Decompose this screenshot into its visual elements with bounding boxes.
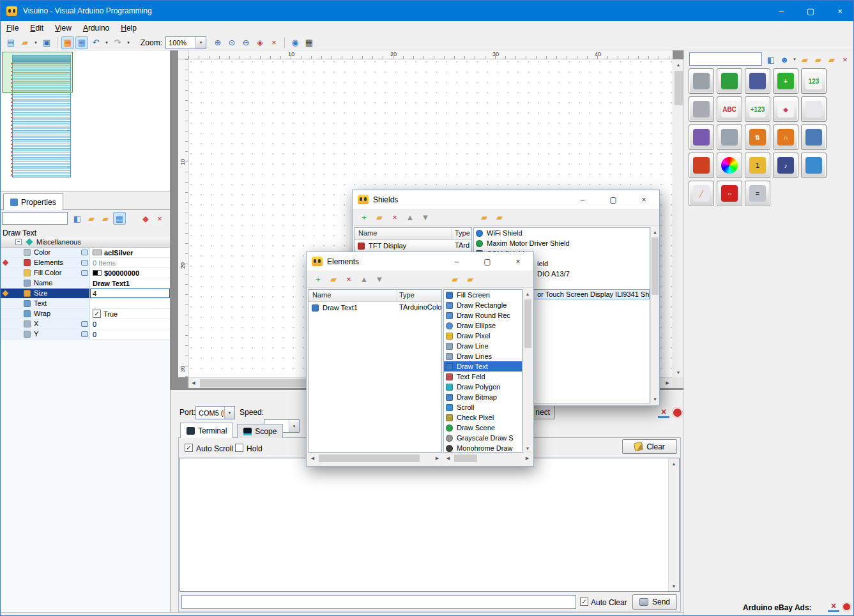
clear-button[interactable]: Clear: [622, 439, 677, 454]
counter-component-button[interactable]: +123: [745, 96, 770, 122]
elements-list-row[interactable]: Draw Text1 TArduinoColo: [309, 302, 441, 313]
collapse-icon[interactable]: −: [15, 239, 22, 245]
property-value-cell[interactable]: 0: [90, 319, 170, 329]
property-row-wrap[interactable]: Wrap✓True: [1, 309, 170, 319]
type-column-header[interactable]: Type: [455, 229, 470, 237]
property-filter-input[interactable]: [2, 212, 68, 225]
property-value-cell[interactable]: 0: [90, 329, 170, 339]
property-row-size[interactable]: Size4: [1, 289, 170, 299]
tab-properties[interactable]: Properties: [3, 193, 63, 210]
expand-all-icon[interactable]: ▰: [448, 273, 461, 286]
collapse-all-icon[interactable]: ▰: [493, 211, 506, 224]
scroll-up-icon[interactable]: ▲: [523, 289, 532, 298]
tree-item-draw-bitmap[interactable]: Draw Bitmap: [444, 392, 522, 402]
arduino-board-component-button[interactable]: [717, 68, 742, 94]
tree-item-draw-lines[interactable]: Draw Lines: [444, 351, 522, 361]
scroll-left-icon[interactable]: ◀: [188, 378, 199, 388]
logic-gate-component-button[interactable]: [745, 68, 770, 94]
scroll-up-icon[interactable]: ▲: [669, 458, 679, 469]
water-drop-component-button[interactable]: [801, 153, 827, 178]
scroll-right-icon[interactable]: ▶: [432, 453, 442, 463]
auto-clear-checkbox[interactable]: ✓: [580, 597, 588, 606]
property-row-text[interactable]: Text: [1, 299, 170, 309]
scrollbar-thumb[interactable]: [524, 299, 531, 348]
tree-item-wifi-shield[interactable]: WiFi Shield: [474, 228, 650, 238]
random-generator-component-button[interactable]: ◆: [773, 96, 798, 122]
zoom-dropdown-icon[interactable]: ▾: [195, 37, 206, 49]
property-value-cell[interactable]: [90, 299, 170, 308]
memory-card-component-button[interactable]: [717, 124, 742, 150]
tree-item-scroll[interactable]: Scroll: [444, 402, 522, 412]
undo-dropdown-icon[interactable]: ▾: [103, 40, 110, 45]
duplicate-shield-icon[interactable]: ▰: [373, 211, 386, 224]
property-value-cell[interactable]: 0 Items: [90, 258, 170, 267]
link-icon[interactable]: [81, 250, 88, 255]
tree-item-maxim-motor-driver-shield[interactable]: Maxim Motor Driver Shield: [474, 238, 650, 248]
property-value-cell[interactable]: ✓True: [90, 309, 170, 319]
tree-item-draw-ellipse[interactable]: Draw Ellipse: [444, 320, 522, 331]
minimize-button[interactable]: –: [441, 252, 472, 271]
property-row-fill-color[interactable]: Fill Color$00000000: [1, 268, 170, 278]
design-overview-thumbnail[interactable]: [1, 50, 170, 192]
add-multiple-icon[interactable]: ▰: [327, 273, 340, 286]
move-down-icon[interactable]: ▼: [419, 211, 432, 224]
link-icon[interactable]: [81, 260, 88, 266]
name-column-header[interactable]: Name: [312, 291, 331, 299]
terminal-send-input[interactable]: [181, 595, 576, 609]
save-icon[interactable]: ▣: [40, 36, 53, 49]
settings-icon[interactable]: ×: [153, 212, 166, 225]
elements-tree-scrollbar[interactable]: ▲ ▼: [522, 289, 532, 453]
tab-terminal[interactable]: Terminal: [180, 423, 233, 438]
hold-checkbox[interactable]: [235, 444, 243, 452]
container-component-button[interactable]: [801, 96, 827, 122]
menu-view[interactable]: View: [49, 22, 77, 34]
port-dropdown-icon[interactable]: ▾: [224, 407, 234, 419]
property-value-cell[interactable]: Draw Text1: [90, 278, 170, 288]
property-value-cell[interactable]: 4: [90, 289, 170, 298]
close-button[interactable]: ×: [629, 190, 659, 209]
tree-item-draw-pixel[interactable]: Draw Pixel: [444, 331, 522, 341]
scroll-left-icon[interactable]: ◀: [443, 453, 453, 463]
zoom-combobox[interactable]: 100% ▾: [165, 36, 206, 49]
scroll-down-icon[interactable]: ▼: [673, 367, 683, 377]
scroll-down-icon[interactable]: ▼: [669, 581, 679, 591]
scrollbar-thumb[interactable]: [675, 71, 683, 105]
math-operations-component-button[interactable]: +: [773, 68, 798, 94]
audio-component-button[interactable]: ♪: [773, 153, 798, 178]
minimize-button[interactable]: –: [567, 190, 598, 209]
color-wheel-component-button[interactable]: [717, 153, 742, 178]
scrollbar-thumb[interactable]: [652, 237, 659, 295]
menu-help[interactable]: Help: [115, 22, 142, 34]
column-divider[interactable]: [397, 290, 397, 301]
zoom-fit-icon[interactable]: ◈: [254, 36, 266, 49]
property-row-color[interactable]: ColoraclSilver: [1, 248, 170, 258]
property-value-cell[interactable]: aclSilver: [90, 248, 170, 257]
gear-component-button[interactable]: [689, 68, 714, 94]
edit-document-component-button[interactable]: ╱: [689, 181, 714, 206]
zoom-actual-icon[interactable]: ⊙: [225, 36, 238, 49]
property-value-cell[interactable]: $00000000: [90, 268, 170, 278]
close-button[interactable]: ×: [503, 252, 533, 271]
wrap-checkbox[interactable]: ✓: [93, 310, 101, 318]
motor-component-button[interactable]: [689, 96, 714, 122]
property-row-name[interactable]: NameDraw Text1: [1, 278, 170, 289]
tree-item-check-pixel[interactable]: Check Pixel: [444, 412, 522, 423]
scrollbar-thumb[interactable]: [454, 454, 477, 462]
maximize-button[interactable]: ▢: [472, 252, 503, 271]
tree-item-grayscale-draw-s[interactable]: Grayscale Draw S: [444, 433, 522, 443]
terminal-output[interactable]: ▲ ▼: [179, 458, 680, 592]
port-combobox[interactable]: COM5 (L ▾: [195, 406, 235, 419]
name-column-header[interactable]: Name: [358, 229, 377, 237]
web-icon[interactable]: ◉: [289, 36, 301, 49]
menu-file[interactable]: File: [1, 22, 24, 34]
scroll-right-icon[interactable]: ▶: [662, 378, 673, 388]
auto-scroll-checkbox[interactable]: ✓: [185, 444, 193, 452]
tree-item-fill-screen[interactable]: Fill Screen: [444, 290, 522, 300]
elements-tree-h-scrollbar[interactable]: ◀ ▶: [443, 453, 532, 463]
text-value-component-button[interactable]: ABC: [717, 96, 742, 122]
show-grid-icon[interactable]: ▦: [75, 36, 88, 49]
scroll-left-icon[interactable]: ◀: [308, 453, 317, 463]
tree-item-draw-text[interactable]: Draw Text: [444, 361, 522, 372]
tree-item-draw-line[interactable]: Draw Line: [444, 341, 522, 351]
menu-edit[interactable]: Edit: [24, 22, 49, 34]
